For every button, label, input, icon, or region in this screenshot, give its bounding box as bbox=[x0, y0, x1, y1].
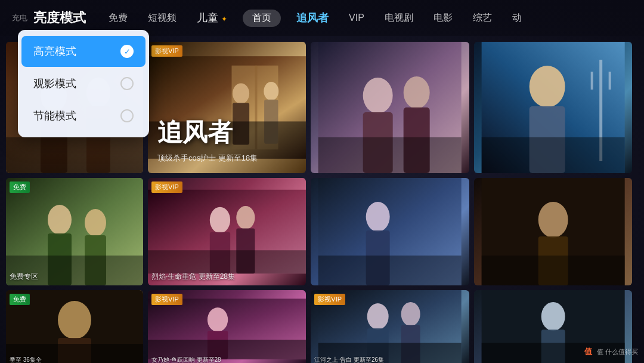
svg-point-58 bbox=[401, 302, 420, 326]
watermark-text: 值 什么值得买 bbox=[597, 348, 638, 355]
svg-point-15 bbox=[363, 78, 393, 113]
svg-point-24 bbox=[529, 66, 565, 107]
nav-item-vip[interactable]: VIP bbox=[344, 10, 369, 26]
left-bottom-title: 番至 36集全 bbox=[10, 356, 140, 363]
brightness-movie-label: 观影模式 bbox=[33, 76, 76, 91]
card-featured[interactable]: 影视VIP 追风者 顶级杀手cos护士 更新至18集 bbox=[148, 42, 306, 173]
card-left-mid[interactable]: 免费 免费专区 bbox=[6, 178, 143, 285]
drama3-svg bbox=[311, 178, 469, 285]
card-bottom-mid[interactable]: 影视VIP 女乃她·鱼跃回响 更新至28 bbox=[148, 290, 306, 363]
card-left-bottom[interactable]: 免费 番至 36集全 bbox=[6, 290, 143, 363]
left-mid-badge: 免费 bbox=[10, 182, 30, 193]
svg-point-17 bbox=[404, 76, 430, 109]
svg-rect-38 bbox=[148, 250, 306, 273]
svg-point-36 bbox=[236, 206, 255, 229]
nav-item-free[interactable]: 免费 bbox=[104, 10, 132, 27]
nav-hint: 充电 bbox=[12, 13, 27, 23]
svg-rect-19 bbox=[318, 137, 462, 173]
nav-item-home[interactable]: 首页 bbox=[243, 10, 281, 27]
card-mid-2[interactable]: 影视VIP 烈焰·生命垂危 更新至28集 bbox=[148, 178, 306, 285]
nav-item-short-video[interactable]: 短视频 bbox=[143, 10, 181, 27]
bottom-mid-title: 女乃她·鱼跃回响 更新至28 bbox=[151, 356, 302, 363]
nav-item-chase[interactable]: 追风者 bbox=[292, 8, 333, 27]
svg-point-30 bbox=[85, 209, 106, 236]
left-mid-title: 免费专区 bbox=[10, 272, 140, 282]
card-right-mid-2[interactable] bbox=[474, 178, 632, 285]
drama2-svg bbox=[311, 42, 469, 173]
card-top-right-1[interactable] bbox=[311, 42, 469, 173]
svg-point-34 bbox=[210, 207, 230, 233]
bottom-right1-title: 江河之上·告白 更新至26集 bbox=[314, 356, 465, 363]
uncheck-circle-movie bbox=[120, 77, 134, 90]
nav-items: 免费 短视频 儿童 ✦ 首页 追风者 VIP 电视剧 电影 综艺 动 bbox=[104, 8, 527, 27]
watermark-icon: 值 bbox=[584, 347, 592, 356]
card-right-mid-1[interactable] bbox=[311, 178, 469, 285]
svg-rect-26 bbox=[481, 137, 624, 173]
nav-item-animation[interactable]: 动 bbox=[507, 10, 527, 27]
svg-rect-42 bbox=[318, 256, 462, 285]
brightness-movie-mode[interactable]: 观影模式 bbox=[21, 68, 145, 99]
brightness-mode-label: 亮度模式 bbox=[33, 9, 86, 27]
featured-overlay: 追风者 顶级杀手cos护士 更新至18集 bbox=[148, 42, 306, 173]
svg-point-28 bbox=[48, 205, 72, 235]
brightness-high-mode[interactable]: 高亮模式 ✓ bbox=[21, 36, 145, 67]
nav-item-kids-label: 儿童 bbox=[197, 12, 218, 24]
brightness-high-label: 高亮模式 bbox=[33, 44, 76, 59]
mid2-badge: 影视VIP bbox=[151, 182, 182, 193]
featured-subtitle: 顶级杀手cos护士 更新至18集 bbox=[157, 153, 296, 164]
featured-title: 追风者 bbox=[157, 116, 296, 149]
svg-point-56 bbox=[367, 303, 389, 330]
bottom-mid-badge: 影视VIP bbox=[151, 294, 182, 305]
action-svg bbox=[474, 42, 632, 173]
card-bottom-right-1[interactable]: 影视VIP 江河之上·告白 更新至26集 bbox=[311, 290, 469, 363]
left-bottom-badge: 免费 bbox=[10, 294, 30, 305]
brightness-eco-label: 节能模式 bbox=[33, 109, 76, 123]
nav-item-variety[interactable]: 综艺 bbox=[468, 10, 497, 27]
svg-point-52 bbox=[208, 307, 228, 332]
mid2-title: 烈焰·生命垂危 更新至28集 bbox=[151, 272, 302, 282]
romance-svg bbox=[148, 178, 306, 285]
svg-rect-5 bbox=[6, 137, 143, 173]
uncheck-circle-eco bbox=[120, 109, 134, 122]
nav-kids-icon: ✦ bbox=[221, 15, 227, 23]
nav-item-tv-drama[interactable]: 电视剧 bbox=[380, 10, 418, 27]
svg-point-62 bbox=[541, 302, 565, 331]
bottom-right1-badge: 影视VIP bbox=[314, 294, 345, 305]
nav-item-movie[interactable]: 电影 bbox=[429, 10, 457, 27]
partial-right-svg bbox=[474, 178, 632, 285]
check-icon: ✓ bbox=[120, 45, 134, 58]
card-top-right-2[interactable] bbox=[474, 42, 632, 173]
svg-point-40 bbox=[366, 202, 390, 232]
svg-point-44 bbox=[538, 202, 568, 238]
svg-point-48 bbox=[58, 301, 91, 339]
nav-item-kids[interactable]: 儿童 ✦ bbox=[192, 8, 232, 27]
brightness-eco-mode[interactable]: 节能模式 bbox=[21, 100, 145, 131]
brightness-dropdown: 高亮模式 ✓ 观影模式 节能模式 bbox=[18, 30, 149, 137]
watermark: 值 值 什么值得买 bbox=[584, 346, 638, 357]
left-mid-svg bbox=[6, 178, 143, 285]
svg-rect-46 bbox=[481, 256, 624, 285]
